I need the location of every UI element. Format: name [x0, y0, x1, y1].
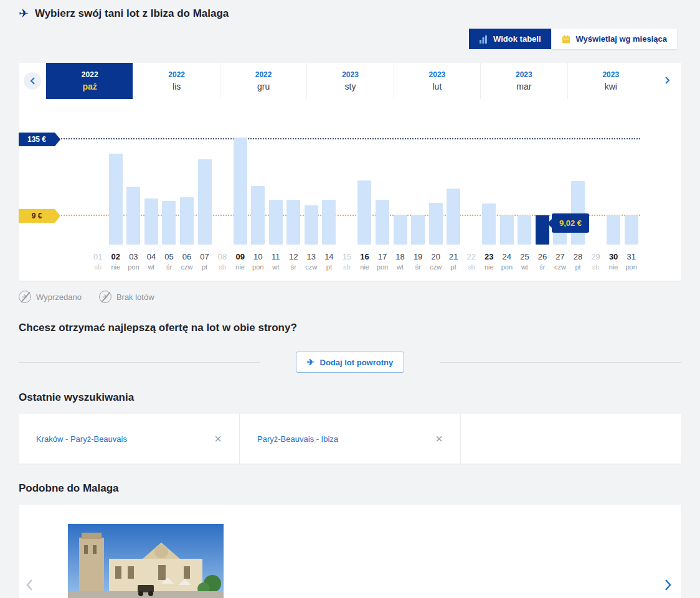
month-tab-2023-lut[interactable]: 2023lut: [394, 63, 480, 99]
price-bar[interactable]: [198, 159, 212, 245]
day-label-24[interactable]: 24pon: [498, 252, 516, 271]
day-label-25[interactable]: 25wt: [516, 252, 534, 271]
fare-bar-day-26[interactable]: 9,02 €: [534, 108, 552, 245]
fare-bar-day-29: [587, 108, 605, 245]
day-label-06[interactable]: 06czw: [178, 252, 196, 271]
table-view-button[interactable]: Widok tabeli: [469, 29, 551, 49]
fare-bar-day-05[interactable]: [160, 108, 178, 245]
price-bar[interactable]: [394, 215, 407, 245]
price-bar[interactable]: [500, 215, 514, 245]
day-label-21[interactable]: 21pt: [445, 252, 463, 271]
price-bar[interactable]: [447, 189, 460, 245]
day-label-26[interactable]: 26śr: [534, 252, 552, 271]
price-bar[interactable]: [286, 200, 300, 245]
price-bar[interactable]: [411, 215, 425, 245]
price-bar[interactable]: [234, 138, 247, 245]
add-return-flight-button[interactable]: ✈ Dodaj lot powrotny: [296, 352, 404, 373]
day-label-30[interactable]: 30nie: [605, 252, 623, 271]
day-label-31[interactable]: 31pon: [622, 252, 640, 271]
month-tab-2023-kwi[interactable]: 2023kwi: [567, 63, 654, 99]
day-number: 10: [249, 252, 267, 261]
recent-search-link[interactable]: Kraków - Paryż-Beauvais: [36, 434, 127, 444]
fare-bar-day-16[interactable]: [356, 108, 374, 245]
fare-bar-day-07[interactable]: [196, 108, 214, 245]
day-weekday: czw: [551, 263, 569, 271]
fare-bar-day-20[interactable]: [427, 108, 445, 245]
day-label-18[interactable]: 18wt: [391, 252, 409, 271]
fare-bar-day-24[interactable]: [498, 108, 516, 245]
fare-bar-day-23[interactable]: [480, 108, 498, 245]
fare-bar-day-13[interactable]: [303, 108, 321, 245]
fare-bar-day-18[interactable]: [391, 108, 409, 245]
price-bar[interactable]: [126, 187, 140, 245]
fare-bar-day-25[interactable]: [516, 108, 534, 245]
price-bar[interactable]: [305, 205, 318, 245]
day-label-14[interactable]: 14pt: [320, 252, 338, 271]
fare-bar-day-04[interactable]: [143, 108, 161, 245]
fare-bar-day-31[interactable]: [622, 108, 640, 245]
day-label-08: 08sb: [214, 252, 232, 271]
day-label-27[interactable]: 27czw: [551, 252, 569, 271]
tabs-prev-button[interactable]: [19, 63, 46, 99]
view-toggle: Widok tabeli Wyświetlaj wg miesiąca: [0, 29, 700, 49]
month-tab-2023-mar[interactable]: 2023mar: [480, 63, 567, 99]
day-label-16[interactable]: 16nie: [356, 252, 374, 271]
price-bar[interactable]: [625, 215, 638, 245]
fare-bar-day-11[interactable]: [267, 108, 285, 245]
tabs-next-button[interactable]: [654, 63, 681, 99]
price-bar[interactable]: [109, 154, 123, 245]
day-label-10[interactable]: 10pon: [249, 252, 267, 271]
carousel-prev-button[interactable]: [25, 578, 34, 594]
day-label-03[interactable]: 03pon: [125, 252, 143, 271]
fare-bar-day-03[interactable]: [125, 108, 143, 245]
day-label-23[interactable]: 23nie: [480, 252, 498, 271]
page-title: Wybierz swój tani lot z Ibiza do Malaga: [35, 7, 229, 20]
price-bar[interactable]: [322, 200, 336, 245]
fare-bar-day-30[interactable]: [605, 108, 623, 245]
price-bar[interactable]: [376, 200, 389, 245]
carousel-next-button[interactable]: [664, 578, 673, 594]
month-tab-2023-sty[interactable]: 2023sty: [306, 63, 393, 99]
day-label-05[interactable]: 05śr: [160, 252, 178, 271]
price-bar[interactable]: [429, 203, 443, 245]
month-tab-2022-gru[interactable]: 2022gru: [220, 63, 306, 99]
price-bar[interactable]: [251, 186, 265, 245]
fare-bar-day-14[interactable]: [320, 108, 338, 245]
fare-bar-day-02[interactable]: [107, 108, 125, 245]
price-bar[interactable]: [162, 201, 176, 245]
month-tab-2022-paź[interactable]: 2022paź: [46, 63, 133, 99]
day-label-28[interactable]: 28pt: [569, 252, 587, 271]
fare-bar-day-17[interactable]: [374, 108, 392, 245]
day-label-11[interactable]: 11wt: [267, 252, 285, 271]
price-bar[interactable]: [518, 215, 531, 245]
fare-bar-day-10[interactable]: [249, 108, 267, 245]
day-label-09[interactable]: 09nie: [231, 252, 249, 271]
fare-bar-day-09[interactable]: [231, 108, 249, 245]
price-bar[interactable]: [144, 199, 158, 245]
remove-search-icon[interactable]: ×: [214, 432, 222, 445]
fare-bar-day-12[interactable]: [285, 108, 303, 245]
day-label-13[interactable]: 13czw: [303, 252, 321, 271]
fare-bar-day-19[interactable]: [409, 108, 427, 245]
fare-bar-day-21[interactable]: [445, 108, 463, 245]
recent-search-link[interactable]: Paryż-Beauvais - Ibiza: [257, 434, 338, 444]
price-bar[interactable]: [607, 215, 620, 245]
day-label-02[interactable]: 02nie: [107, 252, 125, 271]
day-weekday: nie: [107, 263, 125, 271]
month-view-button[interactable]: Wyświetlaj wg miesiąca: [552, 29, 677, 49]
day-label-12[interactable]: 12śr: [285, 252, 303, 271]
day-label-07[interactable]: 07pt: [196, 252, 214, 271]
day-label-19[interactable]: 19śr: [409, 252, 427, 271]
fare-bar-day-06[interactable]: [178, 108, 196, 245]
day-label-20[interactable]: 20czw: [427, 252, 445, 271]
destination-card[interactable]: Walencja Hiszpania 7,12 € Jeden: [68, 524, 224, 598]
price-bar[interactable]: [180, 197, 194, 245]
month-tab-2022-lis[interactable]: 2022lis: [133, 63, 219, 99]
chevron-left-icon: [24, 72, 41, 90]
price-bar[interactable]: [269, 200, 283, 245]
day-label-17[interactable]: 17pon: [374, 252, 392, 271]
price-bar[interactable]: [357, 180, 371, 245]
price-bar[interactable]: [482, 203, 496, 245]
remove-search-icon[interactable]: ×: [435, 432, 443, 445]
day-label-04[interactable]: 04wt: [143, 252, 161, 271]
